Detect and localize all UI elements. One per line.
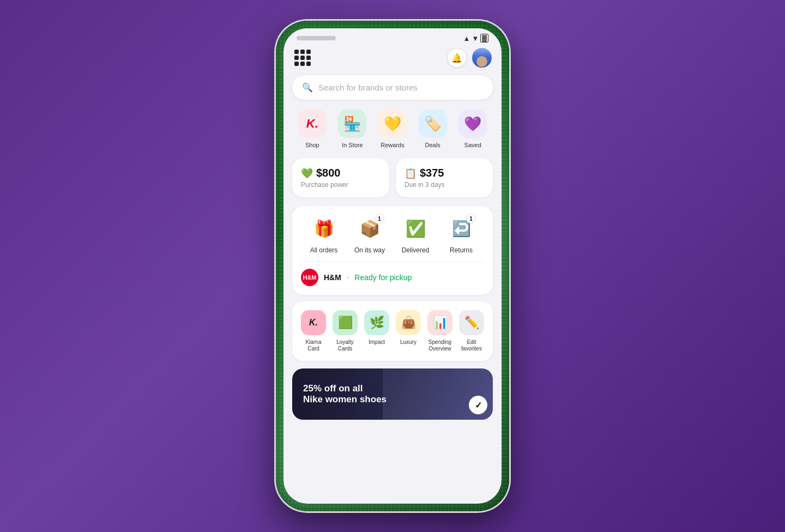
luxury-icon: 👜 [401, 316, 416, 330]
due-amount: $375 [420, 167, 444, 179]
notification-bell-button[interactable]: 🔔 [447, 48, 467, 68]
search-bar[interactable]: 🔍 Search for brands or stores [292, 75, 493, 100]
grid-dot [300, 50, 305, 54]
grid-dot [294, 50, 299, 54]
in-store-icon-bg: 🏪 [338, 110, 366, 138]
on-its-way-icon-wrap: 📦 1 [356, 215, 383, 242]
deals-icon-bg: 🏷️ [419, 110, 447, 138]
purchase-power-card[interactable]: 💚 $800 Purchase power [292, 158, 389, 197]
shop-icon: K. [306, 117, 318, 131]
search-placeholder-text: Search for brands or stores [318, 83, 418, 92]
delivered-icon: ✅ [406, 219, 426, 238]
purchase-power-amount: $800 [316, 167, 341, 179]
luxury-label: Luxury [400, 339, 416, 346]
bell-icon: 🔔 [451, 53, 462, 63]
order-returns[interactable]: ↩️ 1 Returns [438, 215, 484, 254]
klarna-card-label: KlarnaCard [306, 339, 322, 352]
grid-dot [306, 56, 311, 60]
promo-line2: Nike women shoes [303, 394, 387, 405]
grid-dot [294, 62, 299, 66]
shop-icon-bg: K. [298, 110, 327, 138]
top-bar: 🔔 [292, 45, 493, 75]
due-amount-row: 📋 $375 [404, 167, 484, 179]
hm-brand-name: H&M [324, 273, 341, 282]
wifi-icon: ▼ [472, 34, 479, 43]
hm-status: Ready for pickup [354, 273, 412, 282]
battery-icon: ▓ [480, 34, 488, 43]
shop-label: Shop [305, 142, 319, 148]
rewards-label: Rewards [381, 142, 404, 148]
quick-icon-saved[interactable]: 💜 Saved [452, 110, 493, 148]
feature-spending-overview[interactable]: 📊 SpendingOverview [424, 310, 456, 352]
feature-klarna-card[interactable]: K. KlarnaCard [298, 310, 329, 352]
feature-edit-favorites[interactable]: ✏️ Editfavorites [456, 310, 487, 352]
status-notch [297, 36, 336, 40]
purchase-power-label: Purchase power [301, 181, 381, 189]
saved-icon: 💜 [464, 116, 481, 132]
klarna-card-icon: K. [309, 318, 318, 328]
grid-menu-button[interactable] [293, 49, 312, 67]
feature-loyalty-cards[interactable]: 🟩 LoyaltyCards [329, 310, 361, 352]
phone-wrapper: ▲ ▼ ▓ [276, 21, 509, 511]
in-store-label: In Store [342, 142, 363, 148]
phone-screen: ▲ ▼ ▓ [283, 28, 502, 504]
saved-icon-bg: 💜 [458, 110, 487, 138]
quick-icon-deals[interactable]: 🏷️ Deals [413, 110, 453, 148]
feature-impact[interactable]: 🌿 Impact [361, 310, 392, 352]
order-delivered[interactable]: ✅ Delivered [392, 215, 438, 254]
impact-icon: 🌿 [370, 316, 384, 330]
hm-logo: H&M [301, 269, 318, 286]
edit-icon: ✏️ [464, 316, 479, 330]
purchase-power-icon: 💚 [301, 167, 313, 179]
avatar-head-shape [476, 56, 487, 67]
spending-icon-bg: 📊 [427, 310, 452, 335]
edit-label: Editfavorites [461, 339, 482, 352]
hm-separator: · [347, 273, 349, 282]
orders-row: 🎁 All orders 📦 1 [301, 215, 484, 254]
loyalty-cards-icon-bg: 🟩 [333, 310, 358, 335]
promo-banner[interactable]: 25% off on all Nike women shoes ✓ [292, 368, 493, 420]
saved-label: Saved [464, 142, 481, 148]
impact-label: Impact [369, 339, 385, 346]
loyalty-cards-icon: 🟩 [338, 316, 353, 330]
order-on-its-way[interactable]: 📦 1 On its way [347, 215, 392, 254]
grid-dot [306, 62, 311, 66]
rewards-icon-bg: 💛 [378, 110, 407, 138]
grid-dot [294, 56, 299, 60]
returns-icon-wrap: ↩️ 1 [448, 215, 475, 242]
nike-logo: ✓ [469, 396, 487, 414]
spending-icon: 📊 [433, 316, 448, 330]
app-background: ▲ ▼ ▓ [0, 0, 785, 532]
user-avatar[interactable] [472, 48, 492, 68]
in-store-icon: 🏪 [343, 116, 361, 132]
impact-icon-bg: 🌿 [364, 310, 389, 335]
promo-bg-decoration: ✓ [383, 368, 493, 420]
feature-luxury[interactable]: 👜 Luxury [392, 310, 424, 352]
purchase-power-amount-row: 💚 $800 [301, 167, 381, 179]
delivered-icon-wrap: ✅ [402, 215, 429, 242]
klarna-card-icon-bg: K. [301, 310, 326, 335]
app-content: 🔔 🔍 Search for brands or stores [283, 45, 502, 504]
rewards-icon: 💛 [384, 116, 401, 132]
feature-icons-row: K. KlarnaCard 🟩 LoyaltyCards [292, 301, 493, 361]
phone-case: ▲ ▼ ▓ [276, 21, 509, 511]
returns-label: Returns [450, 246, 473, 254]
all-orders-icon: 🎁 [314, 219, 334, 238]
order-all-orders[interactable]: 🎁 All orders [301, 215, 347, 254]
on-its-way-label: On its way [354, 246, 385, 254]
returns-badge: 1 [466, 214, 476, 223]
quick-icon-in-store[interactable]: 🏪 In Store [333, 110, 373, 148]
loyalty-cards-label: LoyaltyCards [336, 339, 354, 352]
spending-label: SpendingOverview [428, 339, 451, 352]
hm-order-row[interactable]: H&M H&M · Ready for pickup [301, 262, 484, 286]
luxury-icon-bg: 👜 [396, 310, 421, 335]
edit-icon-bg: ✏️ [459, 310, 484, 335]
deals-label: Deals [425, 142, 440, 148]
quick-icon-shop[interactable]: K. Shop [292, 110, 333, 148]
on-its-way-badge: 1 [375, 214, 384, 223]
quick-icon-rewards[interactable]: 💛 Rewards [372, 110, 413, 148]
status-icons: ▲ ▼ ▓ [463, 34, 489, 43]
due-amount-card[interactable]: 📋 $375 Due in 3 days [396, 158, 493, 197]
grid-dot [300, 56, 305, 60]
status-bar: ▲ ▼ ▓ [283, 28, 502, 45]
